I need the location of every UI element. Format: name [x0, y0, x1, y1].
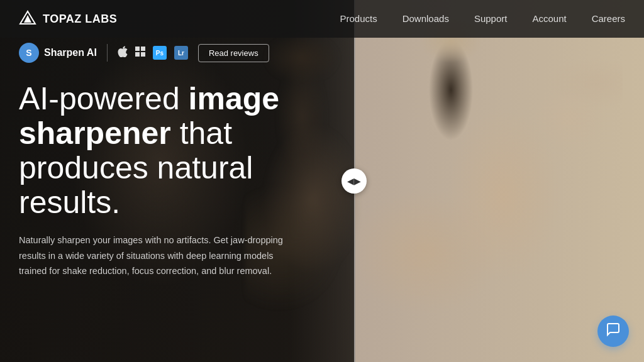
nav-links: Products Downloads Support Account Caree… — [340, 13, 625, 25]
read-reviews-button[interactable]: Read reviews — [198, 44, 269, 62]
photoshop-icon: Ps — [153, 46, 167, 60]
product-bar: S Sharpen AI Ps Lr Read reviews — [19, 43, 269, 63]
product-shield-icon: S — [19, 43, 39, 63]
product-divider — [107, 44, 108, 62]
slider-arrows: ◀▶ — [347, 176, 361, 186]
nav-support[interactable]: Support — [474, 13, 508, 24]
chat-icon — [606, 322, 621, 341]
logo-text: TOPAZ LABS — [43, 13, 117, 26]
nav-products[interactable]: Products — [340, 13, 377, 24]
main-nav: TOPAZ LABS Products Downloads Support Ac… — [0, 0, 644, 38]
topaz-logo-icon — [19, 10, 36, 28]
dancer-right-half — [358, 13, 623, 362]
hero-description: Naturally sharpen your images with no ar… — [19, 233, 289, 279]
hero-content: AI-powered image sharpener that produces… — [19, 82, 333, 279]
lightroom-icon: Lr — [174, 46, 188, 60]
chat-support-button[interactable] — [597, 315, 629, 347]
hero-title-line1: AI-powered — [19, 81, 189, 116]
svg-rect-4 — [135, 52, 140, 57]
nav-account[interactable]: Account — [532, 13, 566, 24]
platform-icons: Ps Lr — [118, 46, 188, 60]
comparison-slider-handle[interactable]: ◀▶ — [341, 168, 367, 194]
hero-title: AI-powered image sharpener that produces… — [19, 82, 333, 220]
apple-icon — [118, 46, 128, 60]
nav-careers[interactable]: Careers — [592, 13, 625, 24]
windows-icon — [135, 47, 145, 59]
logo[interactable]: TOPAZ LABS — [19, 10, 117, 28]
nav-downloads[interactable]: Downloads — [402, 13, 449, 24]
product-logo: S Sharpen AI — [19, 43, 97, 63]
svg-rect-3 — [141, 47, 145, 51]
svg-rect-5 — [141, 52, 145, 57]
svg-rect-2 — [135, 47, 140, 51]
product-name: Sharpen AI — [44, 47, 97, 58]
